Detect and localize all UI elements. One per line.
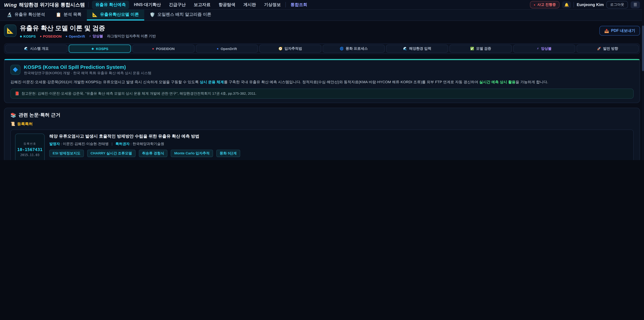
notification-button[interactable]: 🔔 [562,1,571,8]
book-icon: 📕 [15,92,19,96]
topnav-right: ● 사고 진행중 🔔 Eunjeong Kim 로그아웃 ☰ [530,1,640,9]
status-dot-icon: ● [534,3,535,6]
badge-label: POSEIDON [43,34,62,38]
badge-poseidon: ● POSEIDON [40,34,62,38]
hamburger-icon: ☰ [634,2,637,7]
tab-label: 분석 목록 [64,12,82,18]
page-title-block: 유출유 확산 모델 이론 및 검증 ◆ KOSPS ● POSEIDON ● O… [20,25,596,39]
chip-label: 모델 검증 [476,46,491,51]
check-icon: ✅ [470,47,474,51]
nav-item-hns-diffusion[interactable]: HNS·대기확산 [130,1,164,9]
assignee-value: : 한국해양과학기술원 [131,142,164,146]
badge-label: 앙상블 [92,34,103,39]
chip-label: 앙상블 [541,46,552,51]
incident-status-badge: ● 사고 진행중 [530,1,560,9]
nav-item-oil-spill-prediction[interactable]: 유출유 확산예측 [92,1,129,9]
dot-icon: ● [40,35,42,38]
chip-kosps[interactable]: ◆KOSPS [69,45,131,53]
kosps-subtitle: 한국해양연구원(KORDI) 개발 · 한국 해역 특화 유출유 확산 예측 상… [24,71,152,76]
badge-ensemble: ⚡ 앙상블 [89,34,103,39]
divider [574,2,574,8]
page-scrollbar [642,0,644,160]
tag-esi-map[interactable]: ESI 방제정보지도 [49,150,84,157]
nav-item-integrated-search[interactable]: 통합조회 [287,1,310,9]
lightning-icon: ⚡ [89,35,91,38]
badge-opendrift: ● OpenDrift [66,34,85,38]
shield-icon: 🛡️ [150,12,155,17]
kosps-section: 🔷 KOSPS (Korea Oil Spill Prediction Syst… [4,59,640,103]
chip-ensemble[interactable]: ⚡앙상블 [513,45,575,53]
kosps-text: 를 구축한 국내 유출유 확산 예측 시스템입니다. 정적자료(수심·해안선)와… [224,80,479,84]
reference-text: 참고문헌: 김혜진·이문진·오세웅·강준묵, "유출유 확산 예측 모델의 상시… [22,91,256,96]
chip-system-overview[interactable]: 🌊시스템 개요 [5,45,68,53]
chip-poseidon[interactable]: ●POSEIDON [132,45,194,53]
nav-item-board[interactable]: 게시판 [240,1,259,9]
kosps-header: 🔷 KOSPS (Korea Oil Spill Prediction Syst… [10,64,634,76]
chip-label: OpenDrift [221,47,237,51]
nav-item-reports[interactable]: 보고자료 [190,1,214,9]
tag-weathering-5-stages[interactable]: 풍화 5단계 [216,150,240,157]
nav-item-weather-info[interactable]: 기상정보 [260,1,284,9]
reference-box: 📕 참고문헌: 김혜진·이문진·오세웅·강준묵, "유출유 확산 예측 모델의 … [10,89,634,99]
compass-icon: 🧭 [278,47,282,51]
books-icon: 📚 [10,112,16,118]
patent-section-header: 📚 관련 논문·특허 근거 [10,112,634,118]
kosps-highlight-operation: 상시 운용 체계 [200,80,224,84]
chip-future-direction[interactable]: 🚀발전 방향 [576,45,639,53]
chip-model-validation[interactable]: ✅모델 검증 [450,45,512,53]
chip-label: 입자추적법 [284,46,302,51]
brand-title: 해양환경 위기대응 통합시스템 [19,2,85,8]
nav-item-emergency-rescue[interactable]: 긴급구난 [166,1,189,9]
wave-icon: 🌊 [24,47,28,51]
badge-kosps: ◆ KOSPS [20,34,36,38]
tab-spill-model-theory[interactable]: 📐 유출유확산모델 이론 [87,10,144,21]
tab-analysis-list[interactable]: 📋 분석 목록 [50,10,87,21]
chip-marine-env-input[interactable]: 🌊해양환경 입력 [386,45,448,53]
chip-label: POSEIDON [156,47,174,51]
scrollbar-thumb[interactable] [642,26,644,71]
diamond-icon: ◆ [92,47,94,51]
pdf-export-label: PDF 내보내기 [611,28,635,33]
tab-spill-analysis[interactable]: 🔬 유출유 확산분석 [1,10,50,21]
tab-label: 오일펜스 배치 알고리즘 이론 [158,12,211,18]
cyclone-icon: 🌀 [340,47,344,51]
badge-label: KOSPS [24,34,36,38]
kosps-text: 을 가능하게 합니다. [516,80,548,84]
tab-label: 유출유확산모델 이론 [100,12,139,18]
tag-monte-carlo[interactable]: Monte Carlo 입자추적 [171,150,213,157]
chip-particle-tracking[interactable]: 🧭입자추적법 [259,45,321,53]
assignee-label: 특허권자 [116,142,130,146]
nav-item-aerial-search[interactable]: 항공탐색 [215,1,239,9]
rocket-icon: 🚀 [597,47,601,51]
patent-title: 해양 유류오염사고 발생시 효율적인 방제방안 수립을 위한 유출유 확산 예측… [49,134,276,139]
tag-wind-driven-formula[interactable]: 취송류 경험식 [139,150,168,157]
page-header: 📐 유출유 확산 모델 이론 및 검증 ◆ KOSPS ● POSEIDON ●… [4,25,640,39]
export-icon: 📤 [604,28,609,33]
registration-number-box: 등록번호 10-1567431 2015.11.03 [15,134,44,160]
lightning-icon: ⚡ [537,47,539,51]
logout-button[interactable]: 로그아웃 [606,1,628,9]
triangle-ruler-icon: 📐 [7,27,14,34]
tab-label: 유출유 확산분석 [14,12,45,18]
menu-button[interactable]: ☰ [630,1,640,8]
registration-label: 등록번호 [24,142,36,146]
chip-label: 풍화 프로세스 [346,46,368,51]
chip-weathering-process[interactable]: 🌀풍화 프로세스 [323,45,385,53]
chip-label: 발전 방향 [603,46,618,51]
registration-date: 2015.11.03 [20,153,40,157]
registration-number: 10-1567431 [17,147,42,152]
kosps-description: 김혜진·이문진·오세웅·강준묵(2011)이 개발한 KOSPS는 유류오염사고… [10,79,634,85]
brand-logo: Wing [4,2,17,8]
kosps-text: 김혜진·이문진·오세웅·강준묵(2011)이 개발한 KOSPS는 유류오염사고… [10,80,200,84]
pdf-export-button[interactable]: 📤 PDF 내보내기 [600,26,640,36]
tag-charry-model[interactable]: CHARRY 실시간 조류모델 [87,150,135,157]
chip-opendrift[interactable]: ●OpenDrift [196,45,258,53]
patent-section: 📚 관련 논문·특허 근거 📜 등록특허 등록번호 10-1567431 201… [4,108,640,160]
inventors-label: 발명자 [49,142,60,146]
microscope-icon: 🔬 [7,12,12,17]
clipboard-icon: 📋 [56,12,61,17]
chip-label: 시스템 개요 [30,46,49,51]
page-title: 유출유 확산 모델 이론 및 검증 [20,25,596,32]
bell-icon: 🔔 [564,3,569,7]
tab-oil-fence-theory[interactable]: 🛡️ 오일펜스 배치 알고리즘 이론 [144,10,216,21]
